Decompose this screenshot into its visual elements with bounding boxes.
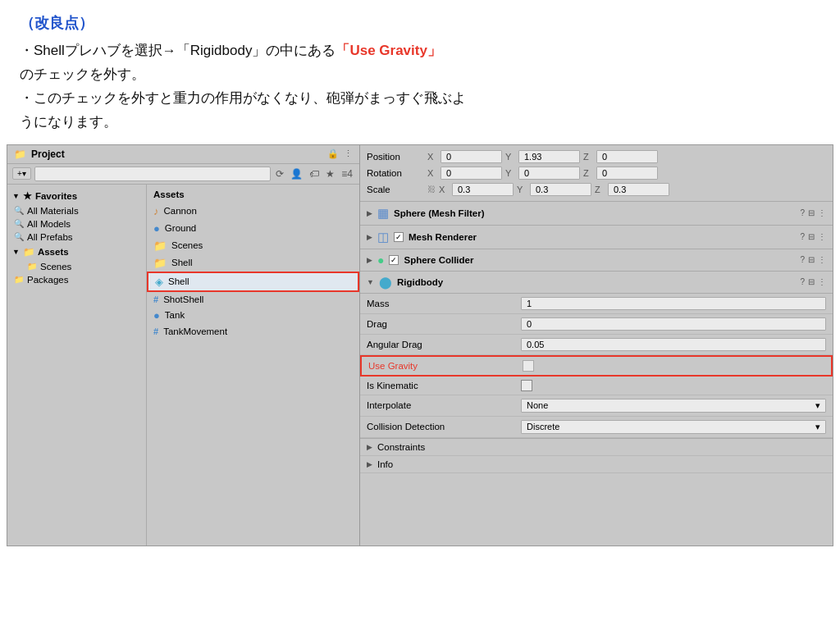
scenes-file-label: Scenes	[171, 240, 203, 250]
tankmovement-icon: #	[153, 326, 158, 336]
annotation-area: （改良点） ・Shellプレハブを選択→「Rigidbody」の中にある「Use…	[0, 0, 840, 144]
mesh-filter-arrow-icon: ▶	[367, 209, 372, 217]
refresh-icon[interactable]: ⟳	[274, 168, 285, 180]
position-z-input[interactable]	[596, 150, 658, 163]
more-icon-3[interactable]: ⋮	[818, 255, 826, 264]
asset-shell-prefab[interactable]: ◈ Shell	[147, 272, 359, 292]
mass-input[interactable]	[521, 297, 826, 310]
mesh-renderer-row[interactable]: ▶ ◫ ✓ Mesh Renderer ? ⊟ ⋮	[360, 226, 833, 249]
sidebar-item-all-prefabs[interactable]: 🔍 All Prefabs	[7, 231, 146, 244]
drag-input[interactable]	[521, 317, 826, 331]
sphere-collider-row[interactable]: ▶ ● ✓ Sphere Collider ? ⊟ ⋮	[360, 249, 833, 272]
menu-icon[interactable]: ⋮	[344, 148, 353, 159]
is-kinematic-checkbox[interactable]	[521, 380, 532, 391]
angular-drag-input[interactable]	[521, 338, 826, 351]
mesh-renderer-icon: ◫	[377, 230, 389, 244]
all-models-label: All Models	[27, 219, 71, 229]
rotation-y-input[interactable]	[518, 167, 580, 180]
sidebar-favorites-header[interactable]: ▼ ★ Favorites	[7, 188, 146, 204]
annotation-line1b: のチェックを外す。	[20, 66, 145, 82]
settings-icon-2[interactable]: ⊟	[808, 232, 815, 241]
settings-icon[interactable]: ⊟	[808, 208, 815, 217]
mesh-filter-label: Sphere (Mesh Filter)	[394, 208, 795, 218]
help-icon-2[interactable]: ?	[800, 232, 805, 241]
asset-tank[interactable]: ● Tank	[147, 307, 359, 324]
star-icon[interactable]: ★	[324, 168, 336, 180]
rigidbody-arrow-icon: ▼	[367, 278, 374, 286]
sphere-mesh-filter-row[interactable]: ▶ ▦ Sphere (Mesh Filter) ? ⊟ ⋮	[360, 202, 833, 226]
cannon-label: Cannon	[164, 206, 197, 216]
sidebar-item-packages[interactable]: 📁 Packages	[7, 273, 146, 286]
project-toolbar: +▾ ⟳ 👤 🏷 ★ ≡4	[7, 164, 359, 185]
interpolate-row: Interpolate None ▾	[360, 395, 833, 417]
favorites-label: Favorites	[35, 191, 77, 201]
mesh-renderer-checkbox[interactable]: ✓	[394, 232, 404, 242]
scale-y-input[interactable]	[530, 183, 591, 196]
asset-shotshell[interactable]: # ShotShell	[147, 292, 359, 307]
angular-drag-label: Angular Drag	[367, 340, 514, 349]
help-icon-3[interactable]: ?	[800, 255, 805, 264]
rotation-x-input[interactable]	[441, 167, 502, 180]
rz-axis: Z	[583, 168, 593, 178]
more-icon[interactable]: ⋮	[818, 208, 826, 217]
position-y-input[interactable]	[518, 150, 580, 163]
person-icon[interactable]: 👤	[289, 168, 304, 180]
tankmovement-label: TankMovement	[163, 326, 227, 336]
asset-ground[interactable]: ● Ground	[147, 220, 359, 237]
interpolate-chevron-icon: ▾	[815, 400, 820, 411]
layers-icon[interactable]: ≡4	[340, 168, 354, 180]
collision-detection-select[interactable]: Discrete ▾	[521, 420, 826, 434]
constraints-label: Constraints	[377, 442, 425, 452]
folder-icon: 📁	[14, 148, 26, 160]
scale-z-input[interactable]	[608, 183, 669, 196]
sy-axis: Y	[517, 185, 527, 194]
annotation-line2b: うになります。	[20, 114, 117, 130]
z-axis-label: Z	[583, 152, 593, 162]
rigidbody-header[interactable]: ▼ ⬤ Rigidbody ? ⊟ ⋮	[360, 272, 833, 294]
constraints-row[interactable]: ▶ Constraints	[360, 439, 833, 456]
assets-arrow-icon: ▼	[12, 248, 20, 256]
info-row[interactable]: ▶ Info	[360, 456, 833, 473]
collision-detection-chevron-icon: ▾	[815, 422, 820, 432]
sidebar-assets-header[interactable]: ▼ 📁 Assets	[7, 244, 146, 260]
sphere-collider-checkbox[interactable]: ✓	[389, 255, 399, 265]
scale-row: Scale ⛓ X Y Z	[367, 181, 826, 198]
search-icon-3: 🔍	[14, 232, 24, 241]
assets-file-list: Assets ♪ Cannon ● Ground 📁 Scenes 📁 Shel…	[147, 185, 359, 546]
sphere-collider-arrow-icon: ▶	[367, 256, 372, 264]
shotshell-icon: #	[153, 294, 158, 304]
help-icon[interactable]: ?	[800, 208, 805, 217]
position-x-input[interactable]	[441, 150, 502, 163]
sphere-collider-icon: ●	[377, 253, 384, 267]
help-icon-rb[interactable]: ?	[800, 277, 805, 286]
asset-tankmovement[interactable]: # TankMovement	[147, 324, 359, 339]
tank-icon: ●	[153, 309, 160, 322]
use-gravity-checkbox[interactable]	[523, 360, 534, 372]
more-icon-rb[interactable]: ⋮	[818, 277, 826, 286]
more-icon-2[interactable]: ⋮	[818, 232, 826, 241]
star-icon-sidebar: ★	[23, 190, 32, 202]
rx-axis: X	[427, 168, 437, 178]
is-kinematic-row: Is Kinematic	[360, 377, 833, 395]
tag-icon[interactable]: 🏷	[308, 168, 321, 180]
interpolate-select[interactable]: None ▾	[521, 399, 826, 413]
sidebar-item-all-models[interactable]: 🔍 All Models	[7, 217, 146, 231]
add-button[interactable]: +▾	[12, 167, 31, 180]
prefab-icon: ◈	[155, 276, 163, 288]
search-input[interactable]	[34, 167, 271, 181]
rigidbody-section: ▼ ⬤ Rigidbody ? ⊟ ⋮ Mass Drag	[360, 272, 833, 439]
asset-cannon[interactable]: ♪ Cannon	[147, 203, 359, 220]
settings-icon-rb[interactable]: ⊟	[808, 277, 815, 286]
shotshell-label: ShotShell	[163, 294, 203, 304]
asset-scenes[interactable]: 📁 Scenes	[147, 237, 359, 254]
rotation-z-input[interactable]	[596, 167, 658, 180]
scale-x-input[interactable]	[452, 183, 514, 196]
inspector-panel: Position X Y Z Rotation X Y Z Scale	[360, 145, 833, 546]
sidebar-item-all-materials[interactable]: 🔍 All Materials	[7, 204, 146, 217]
interpolate-label: Interpolate	[367, 400, 514, 410]
asset-shell-folder[interactable]: 📁 Shell	[147, 254, 359, 272]
sidebar-item-scenes[interactable]: 📁 Scenes	[7, 260, 146, 273]
is-kinematic-label: Is Kinematic	[367, 381, 514, 390]
unity-panel: 📁 Project 🔒 ⋮ +▾ ⟳ 👤 🏷 ★ ≡4 ▼ ★ Favorite	[7, 144, 833, 546]
settings-icon-3[interactable]: ⊟	[808, 255, 815, 264]
